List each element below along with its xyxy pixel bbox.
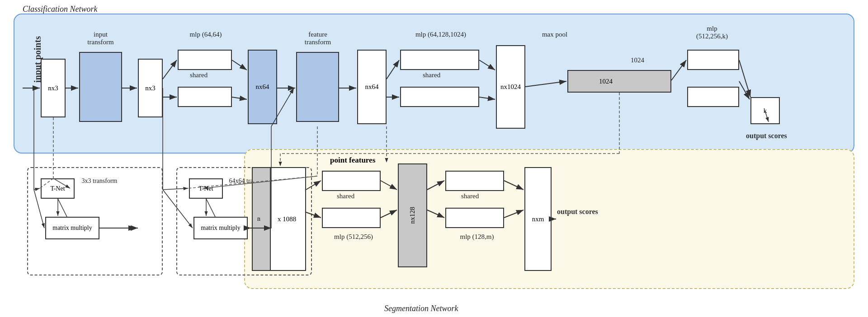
max-pool-label: max pool	[539, 31, 571, 38]
shared-label-1: shared	[190, 71, 208, 79]
nx1024-box: nx1024	[496, 45, 525, 129]
seg-mlp-128-m-bot-box	[445, 208, 504, 228]
nx3-after-transform-box: nx3	[138, 59, 163, 117]
nx3-input-box: nx3	[41, 59, 66, 117]
point-features-label: point features	[330, 156, 375, 165]
input-transform-box	[79, 52, 122, 122]
seg-mlp-512-256-label: mlp (512,256)	[322, 233, 385, 241]
nx1088-box: n x 1088	[252, 167, 306, 271]
seg-mlp-128-m-top-box	[445, 171, 504, 191]
seg-shared-label-1: shared	[337, 192, 354, 200]
nx64-box-2: nx64	[357, 50, 387, 124]
classification-label: Classification Network	[23, 5, 98, 14]
segmentation-label: Segmentation Network	[384, 304, 458, 313]
mlp-6464-top-box	[178, 50, 232, 70]
seg-shared-label-2: shared	[461, 192, 479, 200]
mlp-512-256-k-bot-box	[687, 87, 739, 107]
1024-label: 1024	[624, 56, 651, 64]
shared-label-2: shared	[423, 71, 440, 79]
seg-mlp-512-256-top-box	[322, 171, 381, 191]
feature-transform-box	[296, 52, 339, 122]
output-scores-bottom-label: output scores	[557, 208, 598, 216]
mlp-512-256-k-top-box	[687, 50, 739, 70]
tnet-1-label-box: T-Net	[41, 178, 75, 199]
nxm-box: nxm	[524, 167, 552, 271]
diagram-container: Classification Network input points nx3 …	[0, 0, 868, 317]
matrix-multiply-1-box: matrix multiply	[45, 217, 99, 239]
mlp-64-128-1024-top-box	[400, 50, 479, 70]
mlp-6464-bot-box	[178, 87, 232, 107]
seg-mlp-512-256-bot-box	[322, 208, 381, 228]
mlp-6464-label: mlp (64,64)	[176, 31, 235, 38]
mlp-64-128-1024-label: mlp (64,128,1024)	[396, 31, 486, 38]
global-feature-bar: 1024	[567, 70, 671, 93]
nx128-box: nx128	[398, 163, 427, 267]
matrix-multiply-2-box: matrix multiply	[193, 217, 248, 239]
tnet-1-transform-label: 3x3 transform	[79, 177, 120, 185]
tnet-2-label-box: T-Net	[189, 178, 223, 199]
output-scores-top-label: output scores	[746, 132, 787, 140]
feature-transform-label: featuretransform	[291, 31, 345, 46]
input-transform-label: inputtransform	[75, 31, 127, 46]
mlp-512-256-k-label: mlp(512,256,k)	[683, 25, 741, 40]
mlp-64-128-1024-bot-box	[400, 87, 479, 107]
nx64-box-1: nx64	[248, 50, 277, 124]
seg-mlp-128-m-label: mlp (128,m)	[445, 233, 509, 241]
k-box: k	[750, 97, 780, 124]
